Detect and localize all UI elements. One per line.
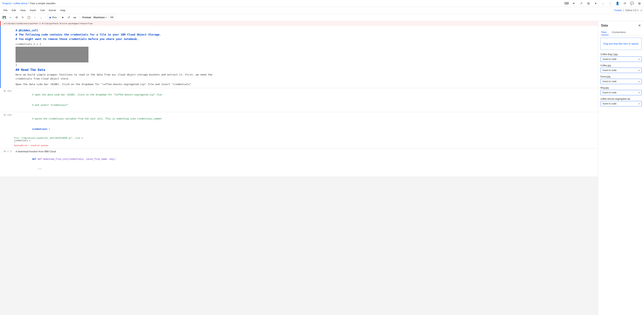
- cell3-file-line: File "/tmp/wsuser/ipykernel_164/28243148…: [14, 137, 83, 139]
- cell4-label: In [ ]:: [0, 148, 14, 153]
- cell3-output: File "/tmp/wsuser/ipykernel_164/28243148…: [0, 136, 598, 148]
- stop-button[interactable]: ■: [60, 15, 66, 20]
- user-icon[interactable]: 👤: [615, 1, 620, 6]
- hidden-comment-line2: # The following code contains the creden…: [16, 33, 595, 37]
- para3: Open the data side bar (0100). Click on …: [16, 82, 595, 86]
- cell4-content: A download function from IBM Cloud def d…: [14, 148, 598, 176]
- panel-title: Data: [601, 24, 608, 27]
- toolbar-sep1: [45, 16, 46, 20]
- error-banner: e/lib/opt/conda/envs/python-3.9/lib/pyth…: [0, 21, 598, 26]
- format-value: Markdown: [94, 16, 105, 19]
- move-down-button[interactable]: ↓: [38, 15, 44, 20]
- cell3-label: In [3]:: [0, 112, 14, 116]
- panel-body: Drag and drop files here or upload. Coff…: [598, 35, 644, 315]
- cell3-code-line: credentials =: [14, 139, 596, 142]
- tab-connections[interactable]: Connections: [612, 29, 628, 35]
- menu-kernel[interactable]: Kernel: [47, 8, 58, 13]
- panel-close-button[interactable]: ✕: [638, 24, 641, 28]
- notebook-area[interactable]: e/lib/opt/conda/envs/python-3.9/lib/pyth…: [0, 21, 598, 315]
- cell2-content: # open the data side bar (0100). Click o…: [14, 88, 598, 112]
- paste-button[interactable]: 📋: [26, 15, 32, 20]
- markdown-cell-1[interactable]: # @hidden_cell # The following code cont…: [0, 26, 598, 88]
- menu-file[interactable]: File: [2, 8, 10, 13]
- restart-button[interactable]: ↺: [66, 15, 72, 20]
- file-item-0: Coffee Bag 2.jpg Insert to code ▾: [600, 53, 642, 62]
- chevron-2: ▾: [639, 81, 640, 83]
- menu-edit[interactable]: Edit: [10, 8, 18, 13]
- chevron-down-icon[interactable]: ▾: [572, 1, 576, 6]
- more-icon[interactable]: ⋮: [608, 1, 612, 6]
- toolbar: 💾 + ⚙ ⎘ 📋 ↑ ↓ ▶ Run ■ ↺ ⏭ Format Markdow…: [0, 14, 644, 21]
- cell3-credentials-keyword: credentials: [32, 128, 47, 131]
- cell3-error-output: File "/tmp/wsuser/ipykernel_164/28243148…: [14, 137, 596, 147]
- upload-area[interactable]: Drag and drop files here or upload.: [600, 38, 642, 50]
- table-icon[interactable]: ⊞: [586, 1, 591, 6]
- breadcrumb-notebook[interactable]: coffee-donut: [14, 2, 28, 5]
- move-up-button[interactable]: ↑: [32, 15, 38, 20]
- panel-header: Data ✕: [598, 21, 644, 29]
- cell2-label: In [2]:: [0, 88, 14, 92]
- chevron-down-icon2[interactable]: ▾: [593, 1, 598, 6]
- chevron-4: ▾: [639, 103, 640, 105]
- cell3-caret-line: ^: [14, 142, 596, 144]
- kernel-status-dot: [637, 10, 639, 11]
- insert-dropdown-3[interactable]: Insert to code ▾: [600, 90, 642, 95]
- settings-button[interactable]: ⚙: [14, 15, 19, 20]
- code-cell-4[interactable]: In [ ]: A download function from IBM Clo…: [0, 148, 598, 176]
- chat-icon[interactable]: 💬: [630, 1, 634, 6]
- file-item-4: coffee-donuts-segregated.zip Insert to c…: [600, 98, 642, 106]
- filter-icon[interactable]: ⌨: [564, 1, 569, 6]
- breadcrumb-projects[interactable]: Projects: [2, 2, 11, 5]
- menu-bar-sep: |: [623, 9, 624, 12]
- file-item-3: Mug.jpg Insert to code ▾: [600, 86, 642, 95]
- expand-icon[interactable]: ⤢: [640, 9, 642, 12]
- tab-files[interactable]: Files: [601, 29, 609, 35]
- save-button[interactable]: 💾: [2, 15, 7, 20]
- insert-label-3: Insert to code: [602, 91, 616, 94]
- hidden-comment-line3: # You might want to remove those credent…: [16, 37, 595, 41]
- insert-dropdown-1[interactable]: Insert to code ▾: [600, 68, 642, 73]
- add-cell-button[interactable]: +: [8, 15, 13, 20]
- menu-insert[interactable]: Insert: [28, 8, 38, 13]
- insert-dropdown-4[interactable]: Insert to code ▾: [600, 101, 642, 106]
- history-icon[interactable]: ⟳: [622, 1, 627, 6]
- cell2-line1: # open the data side bar (0100). Click o…: [32, 94, 162, 96]
- toolbar-sep2: [79, 16, 80, 20]
- file-name-3: Mug.jpg: [600, 86, 642, 89]
- format-select[interactable]: Markdown ▾: [92, 15, 108, 20]
- side-panel-icon[interactable]: ⊟: [637, 1, 642, 6]
- file-name-2: Donut.jpg: [600, 75, 642, 78]
- insert-dropdown-2[interactable]: Insert to code ▾: [600, 79, 642, 84]
- share-icon[interactable]: ↗: [579, 1, 583, 6]
- code-cell-3[interactable]: In [3]: # paste the credentials variable…: [0, 112, 598, 148]
- cell3-error-msg: SyntaxError: invalid syntax: [14, 144, 596, 147]
- keyboard-icon[interactable]: ⌨: [109, 15, 114, 20]
- cell4-input: In [ ]: A download function from IBM Clo…: [0, 148, 598, 176]
- panel-tabs: Files Connections: [598, 29, 644, 35]
- menu-view[interactable]: View: [18, 8, 28, 13]
- code-cell-2[interactable]: In [2]: # open the data side bar (0100).…: [0, 88, 598, 112]
- file-item-2: Donut.jpg Insert to code ▾: [600, 75, 642, 84]
- menu-help[interactable]: Help: [58, 8, 67, 13]
- main-layout: e/lib/opt/conda/envs/python-3.9/lib/pyth…: [0, 21, 644, 315]
- kernel-info: Python 3.9: [626, 9, 639, 12]
- cell1-content: # @hidden_cell # The following code cont…: [14, 26, 598, 88]
- chevron-0: ▾: [639, 58, 640, 60]
- fast-forward-button[interactable]: ⏭: [72, 15, 78, 20]
- breadcrumb: Projects / coffee-donut / Train a simple…: [2, 2, 56, 5]
- cell2-input: In [2]: # open the data side bar (0100).…: [0, 88, 598, 112]
- insert-dropdown-0[interactable]: Insert to code ▾: [600, 57, 642, 62]
- cell3-input: In [3]: # paste the credentials variable…: [0, 112, 598, 136]
- file-item-1: Coffee.jpg Insert to code ▾: [600, 64, 642, 73]
- hidden-comment-line1: # @hidden_cell: [16, 28, 595, 33]
- cell3-eq: =: [48, 128, 50, 131]
- upload-text: Drag and drop files here or upload.: [603, 43, 639, 45]
- download-icon[interactable]: ↓: [601, 1, 605, 6]
- menu-cell[interactable]: Cell: [38, 8, 46, 13]
- credentials-end-line: }: [16, 64, 595, 67]
- cell3-content: # paste the credentials variable from th…: [14, 112, 598, 136]
- trusted-badge: Trusted: [614, 9, 622, 12]
- copy-button[interactable]: ⎘: [20, 15, 25, 20]
- cell4-desc: A download function from IBM Cloud: [16, 150, 595, 153]
- run-button[interactable]: ▶ Run: [47, 15, 59, 20]
